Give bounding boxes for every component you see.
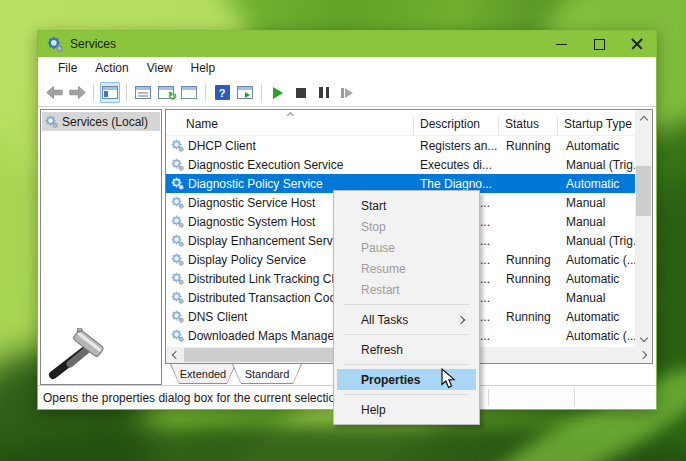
service-icon [171,310,184,323]
service-startup-type: Automatic [558,272,635,286]
column-header-status[interactable]: Status [499,117,558,135]
toolbar: ↻ → ? [38,79,656,107]
refresh-icon: ↻ [158,86,174,99]
toolbar-separator [261,84,262,101]
list-header: Name Description Status Startup Type [166,110,652,136]
toolbar-separator [126,84,127,101]
menu-file[interactable]: File [49,57,86,79]
service-startup-type: Automatic [558,177,635,191]
service-name: DHCP Client [188,139,256,153]
service-startup-type: Manual (Trig... [558,158,635,172]
context-menu-item-restart: Restart [337,279,476,300]
service-icon [171,234,184,247]
service-status: Running [499,253,558,267]
forward-icon [69,86,86,99]
menu-item-label: Pause [361,241,395,255]
close-icon [631,38,643,50]
start-service-button[interactable] [268,82,288,103]
show-console-tree-button[interactable] [100,82,120,103]
back-icon [46,86,63,99]
action-pane-icon [237,86,253,99]
menu-item-label: Refresh [361,343,403,357]
close-button[interactable] [618,31,656,57]
service-status: Running [499,272,558,286]
title-bar[interactable]: Services [38,31,656,57]
service-icon [171,139,184,152]
service-icon [171,177,184,190]
service-icon [171,215,184,228]
status-text: Opens the properties dialog box for the … [43,391,342,405]
export-list-icon: → [181,86,197,99]
service-name: Diagnostic Execution Service [188,158,343,172]
service-icon [171,253,184,266]
menu-help[interactable]: Help [182,57,225,79]
context-menu-item-help[interactable]: Help [337,399,476,420]
scroll-down-icon[interactable] [635,331,652,347]
console-tree-icon [102,86,118,99]
context-menu-item-stop: Stop [337,216,476,237]
refresh-button[interactable]: ↻ [156,82,176,103]
service-description: The Diagno... [414,177,499,191]
start-service-icon [273,87,283,99]
scroll-right-icon[interactable] [635,347,652,363]
restart-service-button[interactable] [337,82,357,103]
maximize-button[interactable] [580,31,618,57]
context-menu-item-start[interactable]: Start [337,195,476,216]
service-name: Display Enhancement Service [188,234,348,248]
service-name: Display Policy Service [188,253,306,267]
export-list-button[interactable]: → [179,82,199,103]
service-name: Diagnostic Policy Service [188,177,323,191]
menu-item-label: All Tasks [361,313,408,327]
scroll-up-icon[interactable] [635,110,652,126]
service-startup-type: Automatic [558,139,635,153]
column-header-startup-type[interactable]: Startup Type [558,117,639,135]
services-node-icon [45,115,58,128]
service-name: Distributed Link Tracking Client [188,272,353,286]
menu-item-label: Stop [361,220,386,234]
tab-standard[interactable]: Standard [232,364,302,384]
table-row[interactable]: DHCP Client Registers an... Running Auto… [166,136,635,155]
properties-icon [135,86,151,99]
service-startup-type: Manual (Trig... [558,234,635,248]
service-icon [171,329,184,342]
toolbar-separator [205,84,206,101]
menu-item-label: Start [361,199,386,213]
service-icon [171,291,184,304]
tree-item-services-local[interactable]: Services (Local) [42,112,160,131]
toolbar-separator [93,84,94,101]
submenu-chevron-icon [457,315,465,323]
pause-service-button[interactable] [314,82,334,103]
vertical-scrollbar[interactable] [635,110,652,347]
forward-button[interactable] [67,82,87,103]
service-icon [171,272,184,285]
service-startup-type: Manual [558,291,635,305]
vertical-scrollbar-thumb[interactable] [636,166,651,216]
menu-action[interactable]: Action [86,57,137,79]
mouse-cursor-icon [441,368,457,390]
menu-separator [344,394,469,395]
service-name: DNS Client [188,310,247,324]
menu-separator [344,304,469,305]
table-row[interactable]: Diagnostic Execution Service Executes di… [166,155,635,174]
context-menu-item-refresh[interactable]: Refresh [337,339,476,360]
stop-service-button[interactable] [291,82,311,103]
tab-standard-label: Standard [245,368,290,380]
column-header-name[interactable]: Name [166,117,414,135]
service-description: Registers an... [414,139,499,153]
column-header-description[interactable]: Description [414,117,499,135]
tab-extended[interactable]: Extended [170,364,236,384]
back-button[interactable] [44,82,64,103]
hammer-graphic [40,328,110,382]
context-menu-item-all-tasks[interactable]: All Tasks [337,309,476,330]
menu-item-label: Properties [361,373,420,387]
properties-button[interactable] [133,82,153,103]
help-button[interactable]: ? [212,82,232,103]
service-icon [171,196,184,209]
service-startup-type: Automatic (... [558,253,635,267]
menu-view[interactable]: View [138,57,182,79]
show-action-pane-button[interactable] [235,82,255,103]
minimize-button[interactable] [542,31,580,57]
menu-item-label: Help [361,403,386,417]
scroll-left-icon[interactable] [166,347,183,363]
restart-service-icon [341,88,353,98]
